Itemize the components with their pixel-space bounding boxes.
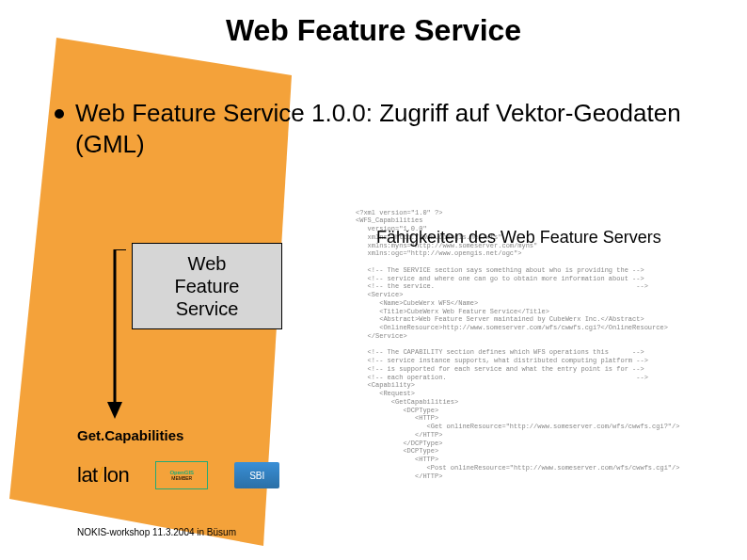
opengis-logo: OpenGIS MEMBER bbox=[155, 461, 208, 489]
latlon-logo: lat/lon bbox=[77, 463, 129, 488]
footer-text: NOKIS-workshop 11.3.2004 in Büsum bbox=[77, 527, 236, 537]
arrow-down bbox=[103, 249, 126, 419]
bullet-item: Web Feature Service 1.0.0: Zugriff auf V… bbox=[55, 98, 709, 159]
bullet-dot-icon bbox=[55, 109, 64, 119]
wfs-box-label: Web Feature Service bbox=[175, 252, 240, 320]
svg-marker-2 bbox=[107, 402, 122, 419]
xml-content: <?xml version="1.0" ?> <WFS_Capabilities… bbox=[356, 209, 726, 479]
sbi-logo: SBI bbox=[234, 462, 279, 488]
arrow-label: Get.Capabilities bbox=[77, 427, 183, 443]
diagram-caption: Fähigkeiten des Web Feature Servers bbox=[376, 228, 661, 248]
logo-row: lat/lon OpenGIS MEMBER SBI bbox=[77, 461, 279, 489]
wfs-box: Web Feature Service bbox=[132, 243, 282, 329]
opengis-member: MEMBER bbox=[171, 475, 192, 481]
bullet-text: Web Feature Service 1.0.0: Zugriff auf V… bbox=[75, 98, 709, 159]
page-title: Web Feature Service bbox=[0, 13, 747, 48]
